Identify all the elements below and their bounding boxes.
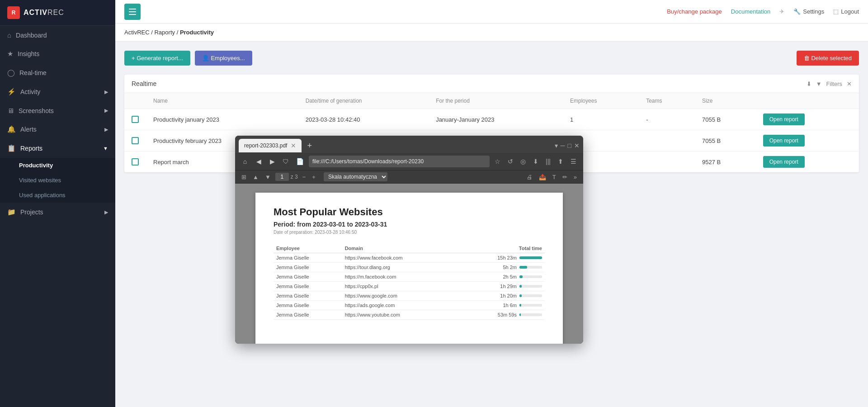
pocket-icon[interactable]: ◎ — [518, 156, 528, 166]
hamburger-button[interactable] — [124, 4, 141, 20]
dashboard-icon: ⌂ — [7, 31, 11, 39]
breadcrumb-activrec[interactable]: ActivREC — [124, 29, 150, 36]
prev-page-icon[interactable]: ▲ — [251, 173, 260, 181]
sidebar-item-productivity[interactable]: Productivity — [0, 158, 115, 173]
save-icon[interactable]: 📤 — [537, 173, 548, 181]
zoom-out-icon[interactable]: − — [301, 173, 308, 181]
page-icon: 📄 — [294, 156, 306, 166]
row-teams — [639, 130, 695, 151]
more-tools-icon[interactable]: » — [572, 173, 579, 181]
pdf-back-button[interactable]: ◀ — [253, 156, 264, 167]
pdf-close-button[interactable]: ✕ — [574, 142, 580, 149]
realtime-icon: ◯ — [7, 69, 15, 77]
download-icon[interactable]: ⬇ — [531, 156, 541, 166]
sidebar-item-label: Dashboard — [16, 32, 47, 39]
settings-icon: 🔧 — [793, 8, 801, 15]
pdf-row-employee: Jemma Giselle — [274, 282, 342, 291]
submenu-label: Used applications — [19, 192, 66, 199]
sidebar-item-activity[interactable]: ⚡ Activity ▶ — [0, 82, 115, 101]
row-teams — [639, 151, 695, 173]
text-select-icon[interactable]: T — [551, 173, 558, 181]
settings-button[interactable]: 🔧 Settings — [793, 8, 824, 15]
zoom-in-icon[interactable]: + — [310, 173, 317, 181]
sidebar-item-realtime[interactable]: ◯ Real-time — [0, 63, 115, 82]
submenu-label: Productivity — [19, 162, 53, 169]
section-title: Realtime — [132, 80, 156, 87]
row-employees: 1 — [563, 109, 639, 130]
refresh-icon[interactable]: ↺ — [505, 156, 515, 166]
row-period: January-January 2023 — [429, 109, 563, 130]
annotate-icon[interactable]: ✏ — [561, 173, 569, 181]
pdf-modal[interactable]: report-202303.pdf ✕ + ▾ ─ □ ✕ ⌂ ◀ ▶ 🛡 📄 … — [235, 136, 583, 344]
pdf-chevron-button[interactable]: ▾ — [555, 142, 558, 149]
sidebar-item-dashboard[interactable]: ⌂ Dashboard — [0, 26, 115, 44]
pdf-zoom-select[interactable]: Skala automatyczna — [324, 172, 387, 181]
delete-selected-button[interactable]: 🗑 Delete selected — [797, 51, 859, 66]
sidebar-item-reports[interactable]: 📋 Reports ▼ — [0, 139, 115, 158]
generate-report-button[interactable]: + Generate report... — [124, 51, 190, 66]
open-report-button[interactable]: Open report — [763, 135, 805, 147]
pdf-tab[interactable]: report-202303.pdf ✕ — [239, 139, 302, 152]
pdf-tab-close-button[interactable]: ✕ — [291, 142, 296, 149]
next-page-icon[interactable]: ▼ — [263, 173, 273, 181]
sidebar-item-label: Alerts — [20, 126, 37, 133]
close-icon[interactable]: ✕ — [847, 80, 852, 87]
pdf-row-time: 53m 59s — [455, 310, 545, 320]
row-checkbox[interactable] — [132, 116, 139, 123]
pdf-viewer-toolbar: ⊞ ▲ ▼ z 3 − + Skala automatyczna 🖨 📤 T ✏… — [235, 170, 583, 184]
employees-button[interactable]: 👤 Employees... — [195, 51, 252, 66]
row-size: 9527 B — [695, 151, 756, 173]
sidebar-item-insights[interactable]: ★ Insights — [0, 44, 115, 63]
pdf-url-input[interactable] — [309, 156, 490, 167]
row-checkbox[interactable] — [132, 158, 139, 166]
sidebar-item-used-applications[interactable]: Used applications — [0, 188, 115, 203]
pdf-page-input[interactable] — [275, 173, 289, 181]
sidebar-item-screenshots[interactable]: 🖥 Screenshots ▶ — [0, 101, 115, 120]
pdf-table-row: Jemma Giselle https://m.facebook.com 2h … — [274, 272, 545, 282]
row-name: Productivity january 2023 — [146, 109, 298, 130]
pdf-row-employee: Jemma Giselle — [274, 291, 342, 301]
row-checkbox[interactable] — [132, 137, 139, 144]
pdf-home-button[interactable]: ⌂ — [240, 156, 250, 167]
pdf-minimize-button[interactable]: ─ — [561, 142, 565, 149]
breadcrumb-raporty[interactable]: Raporty — [154, 29, 175, 36]
sidebar-toggle-icon[interactable]: ⊞ — [240, 173, 248, 181]
pdf-content-area[interactable]: Most Popular Websites Period: from 2023-… — [235, 184, 583, 344]
documentation-link[interactable]: Documentation — [731, 8, 770, 15]
new-tab-button[interactable]: + — [303, 142, 316, 150]
buy-package-link[interactable]: Buy/change package — [667, 8, 722, 15]
reader-icon[interactable]: ||| — [543, 156, 553, 166]
topbar-actions: Buy/change package Documentation ✈ 🔧 Set… — [667, 8, 859, 15]
sidebar-item-visited-websites[interactable]: Visited websites — [0, 173, 115, 188]
pdf-row-domain: https://m.facebook.com — [342, 272, 455, 282]
star-icon[interactable]: ☆ — [492, 156, 503, 166]
logo-area: R ACTIVREC — [0, 0, 115, 26]
activity-icon: ⚡ — [7, 88, 16, 96]
share-icon[interactable]: ⬆ — [556, 156, 566, 166]
pdf-tab-label: report-202303.pdf — [244, 142, 287, 149]
pdf-table-row: Jemma Giselle https://www.youtube.com 53… — [274, 310, 545, 320]
table-row: Productivity january 2023 2023-03-28 10:… — [124, 109, 859, 130]
filter-label[interactable]: Filters — [826, 80, 842, 87]
sidebar-item-projects[interactable]: 📁 Projects ▶ — [0, 203, 115, 222]
pdf-page: Most Popular Websites Period: from 2023-… — [255, 193, 563, 344]
sidebar-item-label: Projects — [20, 208, 43, 216]
sidebar-item-label: Activity — [20, 88, 40, 95]
screenshots-icon: 🖥 — [7, 107, 14, 114]
logout-button[interactable]: ⬚ Logout — [833, 8, 859, 15]
breadcrumb-sep: / — [177, 29, 180, 36]
menu-icon[interactable]: ☰ — [568, 156, 579, 166]
col-size: Size — [695, 93, 756, 109]
pdf-forward-button[interactable]: ▶ — [267, 156, 278, 167]
print-icon[interactable]: 🖨 — [525, 173, 534, 181]
pdf-maximize-button[interactable]: □ — [568, 142, 571, 149]
open-report-button[interactable]: Open report — [763, 156, 805, 168]
pdf-page-nav: z 3 — [275, 173, 298, 181]
open-report-button[interactable]: Open report — [763, 114, 805, 125]
section-header: Realtime ⬇ ▼ Filters ✕ — [124, 75, 859, 93]
sidebar-item-alerts[interactable]: 🔔 Alerts ▶ — [0, 120, 115, 139]
pdf-data-table: Employee Domain Total time Jemma Giselle… — [274, 244, 545, 320]
insights-icon: ★ — [7, 50, 13, 58]
pdf-title: Most Popular Websites — [274, 206, 545, 218]
download-icon[interactable]: ⬇ — [807, 80, 811, 87]
